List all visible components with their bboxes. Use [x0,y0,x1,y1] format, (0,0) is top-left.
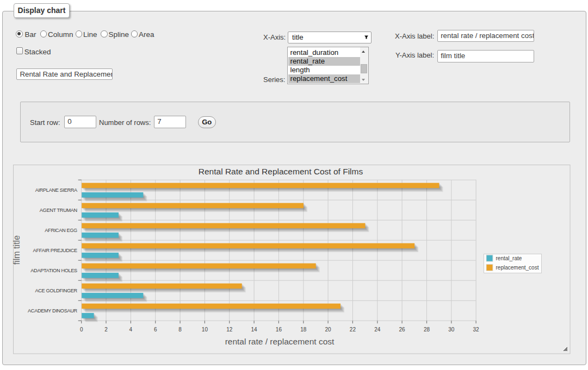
svg-text:30: 30 [448,327,455,333]
svg-text:film title: film title [12,235,21,265]
svg-text:14: 14 [251,327,258,333]
svg-text:ADAPTATION HOLES: ADAPTATION HOLES [30,268,77,273]
svg-text:replacement_cost: replacement_cost [496,265,539,271]
svg-text:rental rate / replacement cost: rental rate / replacement cost [225,337,335,346]
svg-text:20: 20 [325,327,332,333]
svg-text:2: 2 [104,327,108,333]
svg-text:10: 10 [202,327,208,333]
svg-text:6: 6 [154,327,157,333]
svg-text:ACADEMY DINOSAUR: ACADEMY DINOSAUR [28,308,77,313]
svg-text:4: 4 [129,327,133,333]
svg-text:28: 28 [424,327,430,333]
svg-text:22: 22 [350,327,356,333]
svg-text:16: 16 [276,327,282,333]
svg-text:Rental Rate and Replacement Co: Rental Rate and Replacement Cost of Film… [199,167,363,176]
svg-text:12: 12 [226,327,233,333]
svg-text:AGENT TRUMAN: AGENT TRUMAN [40,208,77,213]
svg-text:AIRPLANE SIERRA: AIRPLANE SIERRA [35,187,78,193]
svg-text:24: 24 [374,327,381,333]
svg-text:AFFAIR PREJUDICE: AFFAIR PREJUDICE [33,248,77,253]
svg-text:18: 18 [300,327,307,333]
svg-text:8: 8 [178,327,182,333]
svg-text:0: 0 [80,327,83,333]
svg-text:26: 26 [399,327,406,333]
svg-text:ACE GOLDFINGER: ACE GOLDFINGER [35,288,78,293]
svg-text:32: 32 [473,327,480,333]
svg-text:AFRICAN EGG: AFRICAN EGG [45,228,77,233]
svg-text:rental_rate: rental_rate [496,255,522,261]
